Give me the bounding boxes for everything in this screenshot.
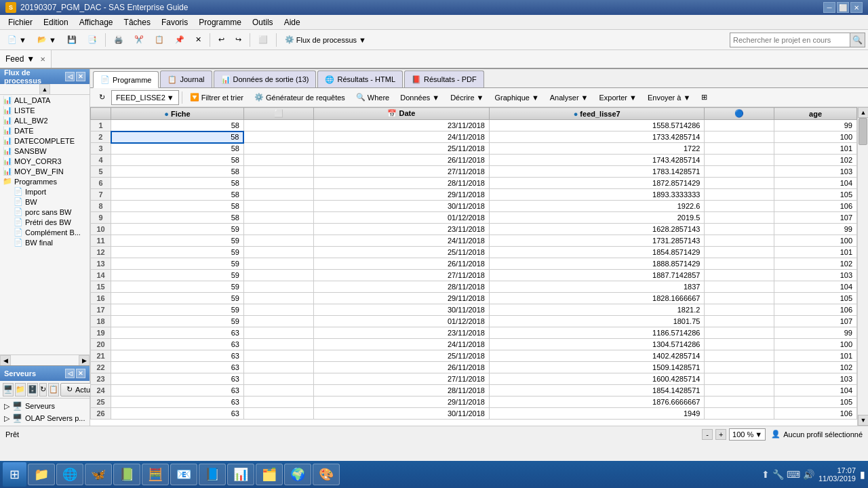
cell-fiche[interactable]: 63	[111, 385, 244, 396]
cell-feed[interactable]: 1828.1666667	[489, 293, 704, 304]
vscroll-down-btn[interactable]: ▼	[858, 415, 868, 426]
table-row[interactable]: 9 58 01/12/2018 2019.5 107	[91, 212, 857, 224]
analyser-btn[interactable]: Analyser ▼	[545, 90, 593, 105]
cell-date[interactable]: 24/11/2018	[313, 339, 489, 350]
cell-fiche[interactable]: 63	[111, 339, 244, 350]
print-btn[interactable]: 🖨️	[109, 32, 128, 48]
tab-journal[interactable]: 📋 Journal	[160, 70, 212, 87]
serveurs-tree-item-0[interactable]: ▷🖥️Serveurs	[3, 400, 87, 412]
restore-button[interactable]: ⬜	[837, 2, 849, 13]
menu-taches[interactable]: Tâches	[119, 15, 156, 29]
serveurs-pin-btn[interactable]: ◁	[65, 369, 75, 378]
cell-feed[interactable]: 1922.6	[489, 201, 704, 212]
cell-date[interactable]: 27/11/2018	[313, 373, 489, 385]
cell-age[interactable]: 102	[774, 258, 857, 270]
cell-fiche[interactable]: 58	[111, 189, 244, 201]
cell-date[interactable]: 30/11/2018	[313, 201, 489, 212]
tab-pdf[interactable]: 📕 Résultats - PDF	[404, 70, 484, 87]
cell-date[interactable]: 25/11/2018	[313, 350, 489, 362]
filter-sort-btn[interactable]: 🔽 Filtrer et trier	[185, 90, 248, 105]
vscroll[interactable]: ▲ ▼	[857, 107, 868, 426]
cell-fiche[interactable]: 59	[111, 235, 244, 247]
show-desktop-btn[interactable]: ▮	[860, 469, 865, 480]
tree-item-9[interactable]: 📄Import	[0, 186, 90, 197]
system-clock[interactable]: 17:07 11/03/2019	[818, 466, 856, 483]
table-row[interactable]: 20 63 24/11/2018 1304.5714286 100	[91, 339, 857, 350]
cell-fiche[interactable]: 58	[111, 212, 244, 224]
tree-item-2[interactable]: 📊ALL_BW2	[0, 115, 90, 125]
cell-date[interactable]: 25/11/2018	[313, 143, 489, 155]
cell-age[interactable]: 103	[774, 166, 857, 178]
copy-btn[interactable]: 📋	[150, 32, 169, 48]
cell-fiche[interactable]: 58	[111, 143, 244, 155]
cell-fiche[interactable]: 59	[111, 247, 244, 258]
zoom-dropdown[interactable]: 100 % ▼	[729, 428, 766, 441]
cell-fiche[interactable]: 63	[111, 327, 244, 339]
layout-btn[interactable]: ⬜	[254, 32, 273, 48]
tree-item-1[interactable]: 📊LISTE	[0, 105, 90, 115]
table-row[interactable]: 10 59 23/11/2018 1628.2857143 99	[91, 224, 857, 235]
cell-age[interactable]: 100	[774, 235, 857, 247]
cell-feed[interactable]: 1887.7142857	[489, 270, 704, 281]
cell-feed[interactable]: 1628.2857143	[489, 224, 704, 235]
cell-feed[interactable]: 1558.5714286	[489, 120, 704, 131]
tray-icon-2[interactable]: 🔧	[772, 469, 784, 480]
cell-date[interactable]: 26/11/2018	[313, 362, 489, 373]
table-row[interactable]: 13 59 26/11/2018 1888.8571429 102	[91, 258, 857, 270]
table-row[interactable]: 11 59 24/11/2018 1731.2857143 100	[91, 235, 857, 247]
cell-date[interactable]: 24/11/2018	[313, 131, 489, 143]
cell-feed[interactable]: 1600.4285714	[489, 373, 704, 385]
col-header-fiche[interactable]: ● Fiche	[111, 108, 244, 120]
menu-edition[interactable]: Edition	[38, 15, 74, 29]
cell-age[interactable]: 107	[774, 316, 857, 327]
tree-item-5[interactable]: 📊SANSBW	[0, 146, 90, 156]
saveall-btn[interactable]: 📑	[83, 32, 102, 48]
table-row[interactable]: 26 63 30/11/2018 1949 106	[91, 408, 857, 420]
cell-age[interactable]: 105	[774, 189, 857, 201]
menu-favoris[interactable]: Favoris	[156, 15, 193, 29]
cell-age[interactable]: 102	[774, 362, 857, 373]
table-row[interactable]: 21 63 25/11/2018 1402.4285714 101	[91, 350, 857, 362]
feed-tab[interactable]: Feed ▼ ✕	[0, 50, 52, 68]
data-table-wrapper[interactable]: ● Fiche ⬜ 📅 Date ● feed_lisse7	[90, 107, 857, 426]
table-row[interactable]: 6 58 28/11/2018 1872.8571429 104	[91, 178, 857, 189]
paste-btn[interactable]: 📌	[170, 32, 189, 48]
minimize-button[interactable]: ─	[823, 2, 835, 13]
table-row[interactable]: 23 63 27/11/2018 1600.4285714 103	[91, 373, 857, 385]
serveurs-db-btn[interactable]: 🗄️	[27, 383, 38, 396]
cell-feed[interactable]: 2019.5	[489, 212, 704, 224]
tree-item-8[interactable]: 📁Programmes	[0, 176, 90, 186]
tree-item-13[interactable]: 📄Complément B...	[0, 227, 90, 237]
taskbar-outlook[interactable]: 📧	[170, 464, 197, 485]
open-btn[interactable]: 📂 ▼	[33, 32, 61, 48]
table-row[interactable]: 12 59 25/11/2018 1854.8571429 101	[91, 247, 857, 258]
cell-age[interactable]: 100	[774, 339, 857, 350]
tree-item-6[interactable]: 📊MOY_CORR3	[0, 156, 90, 166]
cell-feed[interactable]: 1888.8571429	[489, 258, 704, 270]
cell-date[interactable]: 29/11/2018	[313, 293, 489, 304]
cell-fiche[interactable]: 63	[111, 408, 244, 420]
close-button[interactable]: ✕	[850, 2, 863, 13]
cell-feed[interactable]: 1186.5714286	[489, 327, 704, 339]
col-header-icon2[interactable]: ⬜	[243, 108, 313, 120]
cell-date[interactable]: 23/11/2018	[313, 327, 489, 339]
taskbar-calc[interactable]: 🧮	[142, 464, 169, 485]
cell-date[interactable]: 24/11/2018	[313, 235, 489, 247]
cell-date[interactable]: 26/11/2018	[313, 258, 489, 270]
tree-scroll-right[interactable]: ▶	[79, 355, 90, 366]
cell-feed[interactable]: 1402.4285714	[489, 350, 704, 362]
tree-item-11[interactable]: 📄porc sans BW	[0, 207, 90, 217]
cell-fiche[interactable]: 59	[111, 304, 244, 316]
zoom-plus-btn[interactable]: +	[715, 429, 726, 440]
vscroll-thumb[interactable]	[859, 118, 867, 145]
cell-fiche[interactable]: 59	[111, 293, 244, 304]
menu-fichier[interactable]: Fichier	[3, 15, 38, 29]
taskbar-excel[interactable]: 📗	[113, 464, 140, 485]
panel-pin-btn[interactable]: ◁	[65, 72, 75, 81]
where-btn[interactable]: 🔍 Where	[351, 90, 394, 105]
tray-icon-4[interactable]: 🔊	[803, 469, 814, 480]
table-row[interactable]: 7 58 29/11/2018 1893.3333333 105	[91, 189, 857, 201]
cell-feed[interactable]: 1893.3333333	[489, 189, 704, 201]
cell-age[interactable]: 101	[774, 143, 857, 155]
serveurs-tree-item-1[interactable]: ▷🖥️OLAP Servers p...	[3, 412, 87, 424]
